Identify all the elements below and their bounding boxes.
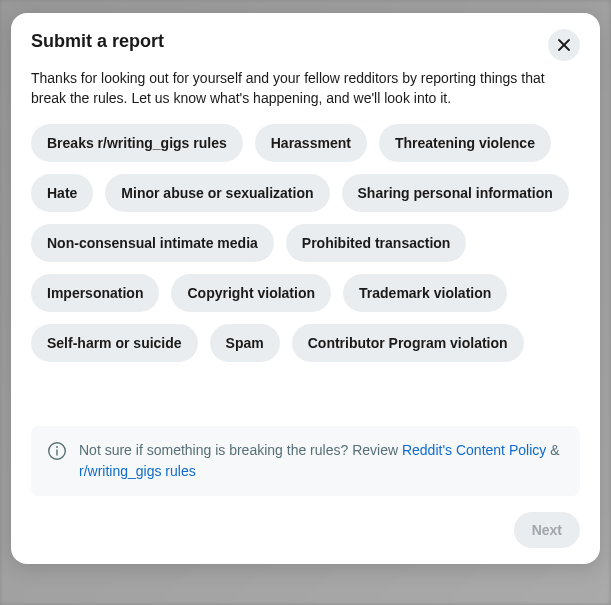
reason-spam[interactable]: Spam [210, 324, 280, 362]
info-box: Not sure if something is breaking the ru… [31, 426, 580, 496]
report-modal: Submit a report Thanks for looking out f… [11, 13, 600, 564]
info-text: Not sure if something is breaking the ru… [79, 440, 564, 482]
reason-minor-abuse[interactable]: Minor abuse or sexualization [105, 174, 329, 212]
reason-sharing-personal-info[interactable]: Sharing personal information [342, 174, 569, 212]
modal-footer: Next [11, 496, 600, 564]
modal-title: Submit a report [31, 31, 164, 52]
reason-non-consensual-intimate[interactable]: Non-consensual intimate media [31, 224, 274, 262]
close-button[interactable] [548, 29, 580, 61]
reason-harassment[interactable]: Harassment [255, 124, 367, 162]
svg-point-4 [56, 446, 58, 448]
reason-contributor-program[interactable]: Contributor Program violation [292, 324, 524, 362]
info-sep: & [546, 442, 559, 458]
modal-header: Submit a report [11, 13, 600, 69]
reason-trademark-violation[interactable]: Trademark violation [343, 274, 507, 312]
reason-prohibited-transaction[interactable]: Prohibited transaction [286, 224, 467, 262]
reason-self-harm[interactable]: Self-harm or suicide [31, 324, 198, 362]
reason-threatening-violence[interactable]: Threatening violence [379, 124, 551, 162]
info-icon [47, 441, 67, 461]
info-prefix: Not sure if something is breaking the ru… [79, 442, 402, 458]
reason-hate[interactable]: Hate [31, 174, 93, 212]
close-icon [556, 37, 572, 53]
modal-description: Thanks for looking out for yourself and … [11, 69, 600, 124]
reasons-scroll[interactable]: Breaks r/writing_gigs rules Harassment T… [11, 124, 600, 412]
subreddit-rules-link[interactable]: r/writing_gigs rules [79, 463, 196, 479]
reason-breaks-rules[interactable]: Breaks r/writing_gigs rules [31, 124, 243, 162]
reason-chips: Breaks r/writing_gigs rules Harassment T… [31, 124, 580, 368]
reason-copyright-violation[interactable]: Copyright violation [171, 274, 331, 312]
next-button[interactable]: Next [514, 512, 580, 548]
reason-impersonation[interactable]: Impersonation [31, 274, 159, 312]
content-policy-link[interactable]: Reddit's Content Policy [402, 442, 546, 458]
